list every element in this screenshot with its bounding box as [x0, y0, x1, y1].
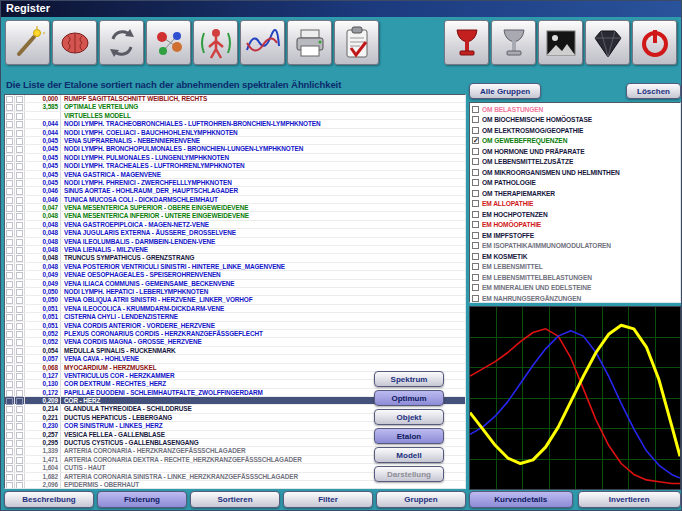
- etalon-row[interactable]: 0,044NODI LYMPH. TRACHEOBRONCHIALES - LU…: [5, 120, 465, 128]
- group-item[interactable]: OM ELEKTROSMOG/GEOPATHIE: [470, 125, 680, 136]
- etalon-row[interactable]: 0,048VENA JUGULARIS EXTERNA - ÄUSSERE_DR…: [5, 229, 465, 237]
- etalon-row[interactable]: 0,051CISTERNA CHYLI - LENDENZISTERNE: [5, 313, 465, 321]
- group-item[interactable]: EM LEBENSMITTEL: [470, 262, 680, 273]
- group-list[interactable]: OM BELASTUNGENOM BIOCHEMISCHE HOMÖOSTASE…: [469, 102, 681, 303]
- row-checkbox[interactable]: [5, 431, 15, 438]
- exit-button[interactable]: [632, 20, 677, 65]
- row-checkbox[interactable]: [5, 422, 15, 429]
- row-checkbox[interactable]: [5, 313, 15, 320]
- etalon-row[interactable]: 0,050NODI LYMPH. HEPATICI - LEBERLYMPHKN…: [5, 288, 465, 296]
- brain-button[interactable]: [52, 20, 97, 65]
- etalon-row[interactable]: 0,044NODI LYMPH. COELIACI - BAUCHHÖHLENL…: [5, 129, 465, 137]
- row-checkbox[interactable]: [5, 288, 15, 295]
- group-checkbox[interactable]: [472, 116, 479, 123]
- group-item[interactable]: EM MINERALIEN UND EDELSTEINE: [470, 283, 680, 294]
- etalon-row[interactable]: 0,046SINUS AORTAE - HOHLRAUM_DER_HAUPTSC…: [5, 187, 465, 195]
- group-checkbox[interactable]: [472, 232, 479, 239]
- grey-cup-button[interactable]: [491, 20, 536, 65]
- row-checkbox[interactable]: [5, 179, 15, 186]
- sync-button[interactable]: [99, 20, 144, 65]
- etalon-row[interactable]: 0,045NODI LYMPH. BRONCHOPULMONALES - BRO…: [5, 145, 465, 153]
- figure-analysis-button[interactable]: [193, 20, 238, 65]
- row-checkbox[interactable]: [5, 280, 15, 287]
- etalon-row[interactable]: 0,045NODI LYMPH. TRACHEALES - LUFTRÖHREN…: [5, 162, 465, 170]
- group-checkbox[interactable]: [472, 200, 479, 207]
- row-checkbox[interactable]: [5, 263, 15, 270]
- row-checkbox[interactable]: [5, 380, 15, 387]
- side-button-etalon[interactable]: Etalon: [374, 428, 444, 444]
- group-checkbox[interactable]: [472, 221, 479, 228]
- group-item[interactable]: OM LEBENSMITTELZUSÄTZE: [470, 157, 680, 168]
- group-checkbox[interactable]: [472, 106, 479, 113]
- side-button-modell[interactable]: Modell: [374, 447, 444, 463]
- diamond-button[interactable]: [585, 20, 630, 65]
- bottom-button-gruppen[interactable]: Gruppen: [376, 491, 466, 508]
- group-checkbox[interactable]: [472, 242, 479, 249]
- row-checkbox[interactable]: [5, 364, 15, 371]
- row-checkbox[interactable]: [5, 372, 15, 379]
- group-item[interactable]: EM HOCHPOTENZEN: [470, 209, 680, 220]
- row-checkbox[interactable]: [5, 212, 15, 219]
- etalon-row[interactable]: VIRTUELLES MODELL: [5, 112, 465, 120]
- etalon-row[interactable]: 0,051VENA CORDIS ANTERIOR - VORDERE_HERZ…: [5, 322, 465, 330]
- row-checkbox[interactable]: [5, 171, 15, 178]
- group-checkbox[interactable]: [472, 295, 479, 302]
- group-checkbox[interactable]: [472, 263, 479, 270]
- row-checkbox[interactable]: [5, 238, 15, 245]
- row-checkbox[interactable]: [5, 447, 15, 454]
- magic-wand-button[interactable]: [5, 20, 50, 65]
- row-checkbox[interactable]: [5, 145, 15, 152]
- row-checkbox[interactable]: [5, 405, 15, 412]
- row-checkbox[interactable]: [5, 137, 15, 144]
- etalon-row[interactable]: 0,051VENA ILEOCOLICA - KRUMMDARM-DICKDAR…: [5, 305, 465, 313]
- bottom-button-fixierung[interactable]: Fixierung: [97, 491, 187, 508]
- red-cup-button[interactable]: [444, 20, 489, 65]
- row-checkbox[interactable]: [5, 338, 15, 345]
- row-checkbox[interactable]: [5, 221, 15, 228]
- row-checkbox[interactable]: [5, 330, 15, 337]
- row-checkbox[interactable]: [5, 397, 15, 404]
- group-item[interactable]: OM MIKROORGANISMEN UND HELMINTHEN: [470, 167, 680, 178]
- row-checkbox[interactable]: [5, 95, 15, 102]
- row-checkbox[interactable]: [5, 254, 15, 261]
- group-item[interactable]: OM BIOCHEMISCHE HOMÖOSTASE: [470, 115, 680, 126]
- group-checkbox[interactable]: [472, 253, 479, 260]
- row-checkbox[interactable]: [5, 456, 15, 463]
- row-checkbox[interactable]: [5, 120, 15, 127]
- etalon-row[interactable]: 0,048VENA ILEOLUMBALIS - DARMBEIN-LENDEN…: [5, 238, 465, 246]
- etalon-row[interactable]: 0,052PLEXUS CORONARIUS CORDIS - HERZKRAN…: [5, 330, 465, 338]
- row-checkbox[interactable]: [5, 129, 15, 136]
- row-checkbox[interactable]: [5, 389, 15, 396]
- group-item[interactable]: EM LEBENSMITTELBELASTUNGEN: [470, 272, 680, 283]
- group-item[interactable]: EM ISOPATHIKA/IMMUNOMODULATOREN: [470, 241, 680, 252]
- row-checkbox[interactable]: [5, 204, 15, 211]
- etalon-row[interactable]: 0,047VENA MESENTERICA SUPERIOR - OBERE E…: [5, 204, 465, 212]
- etalon-row[interactable]: 0,000RUMPF SAGITTALSCHNITT WEIBLICH, REC…: [5, 95, 465, 103]
- bottom-button-sortieren[interactable]: Sortieren: [190, 491, 280, 508]
- etalon-row[interactable]: 0,046TUNICA MUCOSA COLI - DICKDARMSCHLEI…: [5, 196, 465, 204]
- group-checkbox[interactable]: [472, 148, 479, 155]
- report-button[interactable]: [334, 20, 379, 65]
- group-checkbox[interactable]: [472, 284, 479, 291]
- row-checkbox[interactable]: [5, 246, 15, 253]
- group-item[interactable]: ✓OM GEWEBEFREQUENZEN: [470, 136, 680, 147]
- bottom-button-kurvendetails[interactable]: Kurvendetails: [469, 491, 573, 508]
- spectrum-curves-button[interactable]: [240, 20, 285, 65]
- etalon-row[interactable]: 0,045NODI LYMPH. PULMONALES - LUNGENLYMP…: [5, 154, 465, 162]
- group-item[interactable]: OM PATHOLOGIE: [470, 178, 680, 189]
- photo-button[interactable]: [538, 20, 583, 65]
- row-checkbox[interactable]: [5, 347, 15, 354]
- etalon-row[interactable]: 0,052VENA CORDIS MAGNA - GROSSE_HERZVENE: [5, 338, 465, 346]
- print-button[interactable]: [287, 20, 332, 65]
- row-checkbox[interactable]: [5, 296, 15, 303]
- row-checkbox[interactable]: [5, 355, 15, 362]
- etalon-row[interactable]: 0,049VENA ILIACA COMMUNIS - GEMEINSAME_B…: [5, 280, 465, 288]
- etalon-row[interactable]: 0,057VENA CAVA - HOHLVENE: [5, 355, 465, 363]
- group-checkbox[interactable]: [472, 169, 479, 176]
- side-button-optimum[interactable]: Optimum: [374, 390, 444, 406]
- group-item[interactable]: OM BELASTUNGEN: [470, 104, 680, 115]
- side-button-objekt[interactable]: Objekt: [374, 409, 444, 425]
- group-item[interactable]: EM ALLOPATHIE: [470, 199, 680, 210]
- row-checkbox[interactable]: [5, 481, 15, 488]
- bottom-button-filter[interactable]: Filter: [283, 491, 373, 508]
